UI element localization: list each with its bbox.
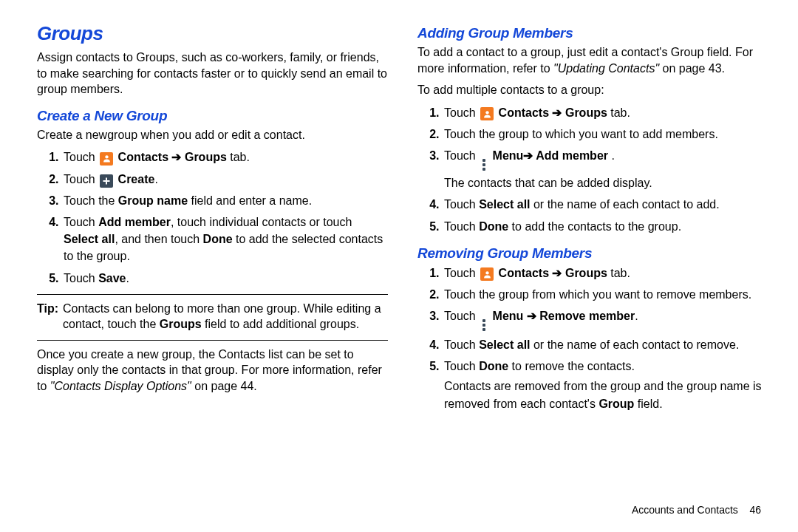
rem-step-2: Touch the group from which you want to r… xyxy=(443,286,768,303)
add-step-3-note: The contacts that can be added display. xyxy=(444,174,768,191)
page-footer: Accounts and Contacts 46 xyxy=(632,504,761,516)
create-step-5: Touch Save. xyxy=(62,270,388,287)
svg-point-3 xyxy=(485,111,488,114)
adding-members-heading: Adding Group Members xyxy=(417,25,768,41)
create-step-4: Touch Add member, touch individual conta… xyxy=(62,214,388,265)
plus-icon xyxy=(100,174,113,188)
contacts-icon xyxy=(480,267,494,281)
add-step-3: Touch Menu➔ Add member . The contacts th… xyxy=(443,147,768,191)
svg-point-4 xyxy=(485,271,488,274)
after-create-paragraph: Once you create a new group, the Contact… xyxy=(37,347,388,395)
groups-intro: Assign contacts to Groups, such as co-wo… xyxy=(37,50,388,98)
rem-step-3: Touch Menu ➔ Remove member. xyxy=(443,307,768,332)
create-group-intro: Create a newgroup when you add or edit a… xyxy=(37,127,388,143)
rem-step-5: Touch Done to remove the contacts. Conta… xyxy=(443,358,768,412)
remove-steps-list: Touch Contacts ➔ Groups tab. Touch the g… xyxy=(417,265,768,412)
rem-step-1: Touch Contacts ➔ Groups tab. xyxy=(443,265,768,282)
create-step-1: Touch Contacts ➔ Groups tab. xyxy=(62,149,388,166)
add-step-4: Touch Select all or the name of each con… xyxy=(443,196,768,213)
footer-section: Accounts and Contacts xyxy=(632,504,738,516)
menu-icon xyxy=(480,318,488,332)
create-step-3: Touch the Group name field and enter a n… xyxy=(62,192,388,209)
create-group-heading: Create a New Group xyxy=(37,108,388,124)
manual-page: Groups Assign contacts to Groups, such a… xyxy=(0,0,798,532)
contacts-icon xyxy=(480,107,494,120)
create-step-2: Touch Create. xyxy=(62,171,388,188)
adding-intro: To add a contact to a group, just edit a… xyxy=(417,44,768,76)
create-steps-list: Touch Contacts ➔ Groups tab. Touch Creat… xyxy=(37,149,388,286)
svg-rect-2 xyxy=(103,180,110,182)
contacts-icon xyxy=(100,152,113,166)
removing-members-heading: Removing Group Members xyxy=(417,245,768,262)
rem-tail: Contacts are removed from the group and … xyxy=(444,378,768,412)
divider xyxy=(37,294,388,295)
footer-page-number: 46 xyxy=(749,504,761,516)
divider xyxy=(37,340,388,341)
add-step-5: Touch Done to add the contacts to the gr… xyxy=(443,218,768,235)
tip-body: Contacts can belong to more than one gro… xyxy=(63,301,388,332)
groups-heading: Groups xyxy=(37,22,388,45)
rem-step-4: Touch Select all or the name of each con… xyxy=(443,336,768,353)
tip-label: Tip: xyxy=(37,301,58,332)
menu-icon xyxy=(480,158,488,171)
adding-multi-intro: To add multiple contacts to a group: xyxy=(417,82,768,98)
svg-point-0 xyxy=(105,156,108,159)
add-step-1: Touch Contacts ➔ Groups tab. xyxy=(443,104,768,121)
add-step-2: Touch the group to which you want to add… xyxy=(443,126,768,143)
tip-block: Tip: Contacts can belong to more than on… xyxy=(37,301,388,332)
right-column: Adding Group Members To add a contact to… xyxy=(417,22,768,517)
add-steps-list: Touch Contacts ➔ Groups tab. Touch the g… xyxy=(417,104,768,235)
left-column: Groups Assign contacts to Groups, such a… xyxy=(37,22,388,517)
